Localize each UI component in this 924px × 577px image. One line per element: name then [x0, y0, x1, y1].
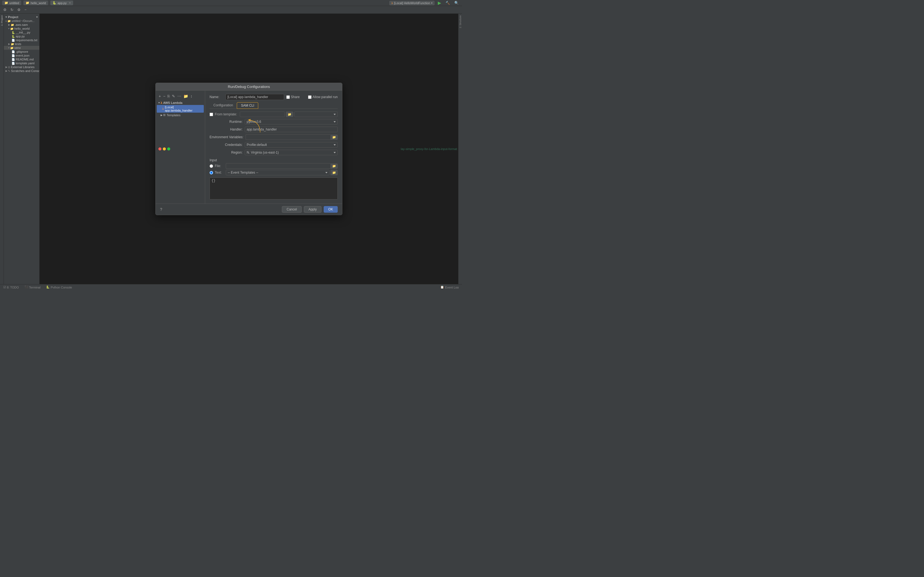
- share-checkbox[interactable]: [286, 95, 290, 99]
- sidebar-tabs-left: 1: Project: [0, 14, 4, 284]
- gear-icon[interactable]: ⚙: [16, 7, 22, 12]
- close-window-button[interactable]: [158, 148, 162, 151]
- python-console-tab[interactable]: 🐍 Python Console: [44, 285, 74, 288]
- from-template-input[interactable]: [240, 111, 285, 117]
- tree-item-template-yaml[interactable]: 📄 template.yaml: [4, 61, 39, 65]
- from-template-checkbox[interactable]: [210, 113, 213, 116]
- help-button[interactable]: ?: [160, 207, 162, 211]
- project-tab-vertical[interactable]: 1: Project: [0, 14, 3, 27]
- more-button[interactable]: ⋯: [176, 93, 182, 99]
- run-config-dropdown[interactable]: λ [Local] HelloWorldFunction ▾: [389, 1, 435, 5]
- tree-item-requirements[interactable]: 📄 requirements.txt: [4, 38, 39, 42]
- file-radio-label: File:: [215, 164, 224, 168]
- folder-button[interactable]: 📁: [183, 93, 189, 99]
- folder-icon: 📁: [11, 43, 14, 46]
- sidebar-project-header: ▾ Project ▾: [4, 15, 39, 19]
- from-template-row: From template: 📁: [210, 111, 338, 117]
- folder-icon: 📁: [26, 1, 29, 5]
- env-vars-input[interactable]: [246, 134, 331, 140]
- search-button[interactable]: 🔍: [453, 0, 460, 5]
- tree-item-untitled[interactable]: ▾ 📁 untitled ~/Docum...: [4, 19, 39, 23]
- lambda-icon: λ: [161, 101, 162, 105]
- dialog-overlay: Run/Debug Configurations + − ⎘ ✎ ⋯ 📁 ↕: [40, 14, 458, 284]
- tree-item-init[interactable]: 🐍 __init__.py: [4, 31, 39, 34]
- name-row: Name: Share Allow parallel run: [210, 94, 338, 100]
- text-input-group: -- Event Templates -- 📁: [226, 170, 338, 175]
- ok-button[interactable]: OK: [324, 206, 338, 213]
- tree-item-tests[interactable]: ▶ 📁 tests: [4, 42, 39, 46]
- text-radio-row: Text: -- Event Templates -- 📁: [210, 170, 338, 175]
- share-row: Share Allow parallel run: [286, 95, 338, 99]
- sort-button[interactable]: ↕: [189, 93, 193, 99]
- region-row: Region: N. Virginia (us-east-1): [210, 150, 338, 156]
- settings-icon[interactable]: ⚙: [2, 7, 8, 12]
- env-vars-row: Environment Variables: 📁: [210, 134, 338, 140]
- config-item-lambda-handler[interactable]: λ [Local] app.lambda_handler: [157, 105, 204, 113]
- aws-lambda-section[interactable]: ▾ λ AWS Lambda: [157, 101, 204, 105]
- folder-icon: 📁: [11, 23, 14, 26]
- close-icon[interactable]: ✕: [69, 2, 71, 5]
- tree-item-hello-world[interactable]: ▾ 📁 hello_world: [4, 27, 39, 31]
- text-browse-button[interactable]: 📁: [331, 170, 338, 175]
- event-templates-select[interactable]: -- Event Templates --: [226, 170, 330, 175]
- tree-item-gitignore[interactable]: 📄 .gitignore: [4, 50, 39, 53]
- maximize-window-button[interactable]: [167, 148, 170, 151]
- toolbar-right: λ [Local] HelloWorldFunction ▾ ▶ 🔨 🔍: [389, 0, 460, 6]
- edit-config-button[interactable]: ✎: [171, 93, 176, 99]
- tree-item-venv[interactable]: ▾ 📁 venv: [4, 46, 39, 50]
- file-icon: 📄: [11, 58, 15, 61]
- tab-hello-world[interactable]: 📁 hello_world: [23, 0, 48, 5]
- file-input[interactable]: [226, 163, 331, 169]
- cancel-button[interactable]: Cancel: [282, 206, 301, 213]
- from-template-select[interactable]: [294, 111, 338, 117]
- from-template-browse-button[interactable]: 📁: [286, 111, 293, 117]
- region-select[interactable]: N. Virginia (us-east-1): [245, 150, 338, 155]
- apply-button[interactable]: Apply: [304, 206, 321, 213]
- templates-icon: ⊞: [163, 113, 166, 117]
- tab-app-py[interactable]: 🐍 app.py ✕: [50, 0, 73, 5]
- minimize-window-button[interactable]: [163, 148, 166, 151]
- tree-item-scratches[interactable]: ▶ ✎ Scratches and Consoles: [4, 69, 39, 73]
- add-config-button[interactable]: +: [158, 93, 162, 99]
- tree-item-app[interactable]: 🐍 app.py: [4, 34, 39, 38]
- tree-item-external-libs[interactable]: ▶ ⊟ External Libraries: [4, 65, 39, 69]
- tab-untitled[interactable]: 📁 untitled: [2, 0, 21, 5]
- templates-item[interactable]: ▶ ⊞ Templates: [157, 113, 204, 117]
- run-button[interactable]: ▶: [437, 0, 442, 6]
- tab-sam-cli[interactable]: SAM CLI: [237, 102, 258, 109]
- todo-tab[interactable]: ☑ 8: TODO: [1, 285, 21, 288]
- run-debug-dialog: Run/Debug Configurations + − ⎘ ✎ ⋯ 📁 ↕: [155, 83, 342, 215]
- tree-item-readme[interactable]: 📄 README.md: [4, 57, 39, 61]
- bottom-toolbar: ☑ 8: TODO ⬛ Terminal 🐍 Python Console 📋 …: [0, 284, 462, 288]
- tree-item-aws-sam[interactable]: ▶ 📁 .aws-sam: [4, 23, 39, 27]
- env-vars-browse-button[interactable]: 📁: [331, 135, 338, 140]
- refresh-icon[interactable]: ↻: [9, 7, 15, 12]
- checkbox-icon: ☑: [3, 285, 6, 288]
- title-bar: 📁 untitled 📁 hello_world 🐍 app.py ✕ λ [L…: [0, 0, 462, 6]
- folder-icon: 📁: [10, 27, 13, 30]
- runtime-select[interactable]: python3.6: [245, 119, 338, 124]
- main-toolbar: ⚙ ↻ ⚙ −: [0, 6, 462, 14]
- allow-parallel-checkbox[interactable]: [308, 95, 312, 99]
- file-browse-button[interactable]: 📁: [331, 163, 338, 169]
- name-input[interactable]: [226, 94, 284, 100]
- text-radio[interactable]: [210, 171, 213, 174]
- tree-item-event-json[interactable]: 📄 event.json: [4, 53, 39, 57]
- minus-icon[interactable]: −: [23, 7, 28, 12]
- tab-configuration[interactable]: Configuration: [210, 102, 237, 109]
- file-radio[interactable]: [210, 164, 213, 168]
- file-icon: 📄: [11, 50, 15, 53]
- from-template-label: From template:: [215, 112, 237, 116]
- structure-tab[interactable]: 2: Structure: [459, 14, 462, 30]
- event-log-tab[interactable]: 📋 Event Log: [438, 285, 461, 288]
- text-content-editor[interactable]: {}: [210, 177, 338, 200]
- remove-config-button[interactable]: −: [162, 93, 166, 99]
- credentials-row: Credentials: Profile:default: [210, 142, 338, 148]
- copy-config-button[interactable]: ⎘: [166, 93, 171, 99]
- scratch-icon: ✎: [8, 69, 10, 73]
- terminal-tab[interactable]: ⬛ Terminal: [22, 285, 43, 288]
- handler-input[interactable]: [245, 127, 338, 132]
- credentials-select[interactable]: Profile:default: [245, 142, 338, 148]
- build-button[interactable]: 🔨: [444, 0, 451, 5]
- file-icon: 🐍: [53, 1, 57, 5]
